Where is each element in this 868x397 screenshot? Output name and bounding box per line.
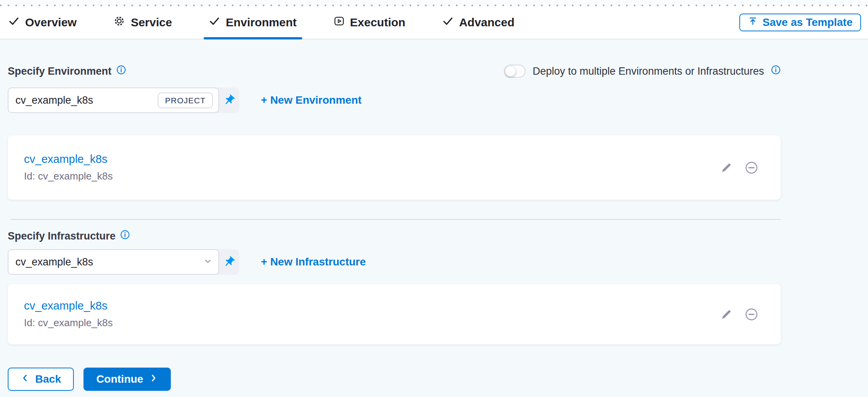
fixed-value-pin-button[interactable] <box>219 87 239 113</box>
tab-label: Advanced <box>459 16 514 29</box>
upload-icon <box>748 16 758 29</box>
environment-select-row: cv_example_k8s PROJECT + New Environment <box>8 87 868 113</box>
specify-infrastructure-text: Specify Infrastructure <box>8 230 116 242</box>
wizard-footer: Back Continue <box>8 368 868 391</box>
environment-id-text: Id: cv_example_k8s <box>24 170 113 182</box>
tab-label: Execution <box>350 16 405 29</box>
infrastructure-select-value: cv_example_k8s <box>15 256 93 268</box>
multi-env-toggle-row: Deploy to multiple Environments or Infra… <box>504 65 781 78</box>
remove-minus-circle-icon[interactable] <box>745 161 758 175</box>
tab-execution[interactable]: Execution <box>334 6 405 39</box>
infrastructure-select-row: cv_example_k8s + New Infrastructure <box>8 249 868 275</box>
tab-label: Overview <box>25 16 77 29</box>
environment-select-value: cv_example_k8s <box>15 94 93 106</box>
environment-form: Specify Environment Deploy to multiple E… <box>0 63 868 391</box>
tab-label: Service <box>131 16 172 29</box>
new-infrastructure-link[interactable]: + New Infrastructure <box>261 256 366 268</box>
section-divider <box>10 219 781 220</box>
continue-button[interactable]: Continue <box>83 368 171 391</box>
save-as-template-button[interactable]: Save as Template <box>739 14 861 31</box>
toggle-knob <box>505 66 516 77</box>
back-button[interactable]: Back <box>8 368 74 391</box>
stage-tab-bar: Overview Service Environment <box>0 6 868 39</box>
chevron-left-icon <box>20 373 30 385</box>
gear-icon <box>114 15 125 29</box>
specify-environment-text: Specify Environment <box>8 65 112 77</box>
infrastructure-name-link[interactable]: cv_example_k8s <box>24 299 113 312</box>
environment-card-actions <box>720 161 758 175</box>
tab-advanced[interactable]: Advanced <box>443 6 514 39</box>
tab-environment[interactable]: Environment <box>209 6 296 39</box>
environment-card: cv_example_k8s Id: cv_example_k8s <box>8 135 781 200</box>
specify-infrastructure-label: Specify Infrastructure <box>8 228 868 244</box>
info-icon[interactable] <box>771 65 781 77</box>
execution-icon <box>334 16 344 29</box>
multi-env-toggle-label: Deploy to multiple Environments or Infra… <box>533 65 764 77</box>
chevron-right-icon <box>149 373 158 385</box>
pin-icon <box>223 256 235 268</box>
continue-label: Continue <box>96 373 143 385</box>
infrastructure-card-text: cv_example_k8s Id: cv_example_k8s <box>24 299 113 329</box>
info-icon[interactable] <box>120 230 130 242</box>
edit-pencil-icon[interactable] <box>720 308 732 320</box>
infrastructure-card-actions <box>720 308 758 321</box>
specify-environment-label: Specify Environment <box>8 65 126 77</box>
remove-minus-circle-icon[interactable] <box>745 308 758 321</box>
info-icon[interactable] <box>116 65 126 77</box>
top-dotted-divider <box>0 0 868 6</box>
fixed-value-pin-button[interactable] <box>219 249 239 275</box>
multi-env-toggle[interactable] <box>504 65 526 78</box>
project-scope-badge: PROJECT <box>158 92 213 108</box>
tab-overview[interactable]: Overview <box>9 6 77 39</box>
check-icon <box>443 16 453 29</box>
tab-label: Environment <box>226 16 296 29</box>
environment-name-link[interactable]: cv_example_k8s <box>24 153 113 166</box>
chevron-down-icon <box>203 256 213 268</box>
environment-select: cv_example_k8s PROJECT <box>8 87 239 113</box>
pin-icon <box>223 94 235 106</box>
check-icon <box>209 16 220 29</box>
edit-pencil-icon[interactable] <box>720 162 732 174</box>
environment-select-field[interactable]: cv_example_k8s PROJECT <box>8 87 219 113</box>
environment-card-text: cv_example_k8s Id: cv_example_k8s <box>24 153 113 182</box>
infrastructure-id-text: Id: cv_example_k8s <box>24 317 113 329</box>
infrastructure-select: cv_example_k8s <box>8 249 239 275</box>
save-as-template-label: Save as Template <box>762 16 853 29</box>
environment-header-row: Specify Environment Deploy to multiple E… <box>8 63 781 79</box>
tab-service[interactable]: Service <box>114 6 172 39</box>
infrastructure-select-field[interactable]: cv_example_k8s <box>8 249 219 275</box>
environment-stage-config-page: Overview Service Environment <box>0 0 868 391</box>
infrastructure-card: cv_example_k8s Id: cv_example_k8s <box>8 284 781 344</box>
check-icon <box>9 16 19 29</box>
new-environment-link[interactable]: + New Environment <box>261 94 362 106</box>
back-label: Back <box>35 373 61 385</box>
